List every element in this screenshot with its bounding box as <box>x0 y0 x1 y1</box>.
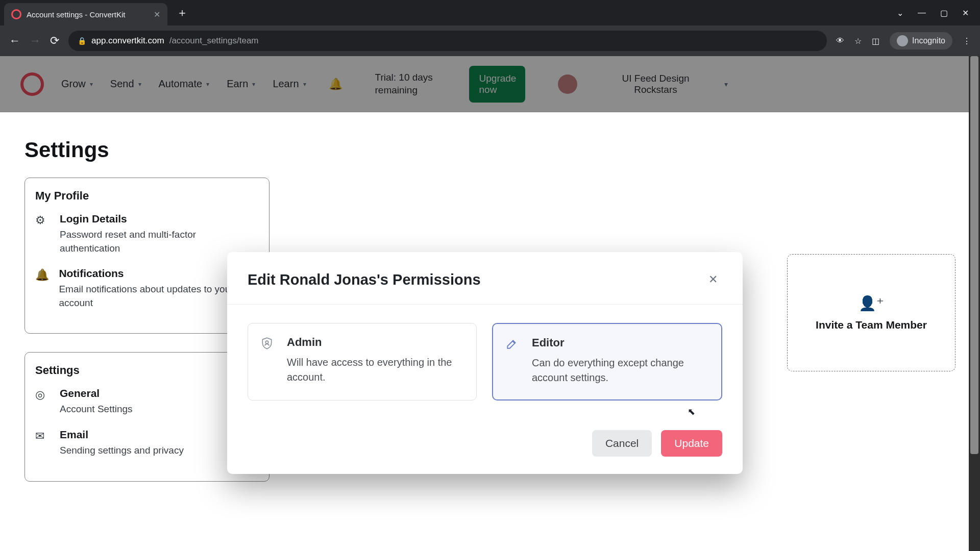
bell-icon: 🔔 <box>35 267 50 310</box>
modal-title: Edit Ronald Jonas's Permissions <box>248 271 481 288</box>
maximize-icon[interactable]: ▢ <box>940 8 948 18</box>
page-title: Settings <box>24 138 955 162</box>
browser-tab-strip: Account settings - ConvertKit ✕ ＋ ⌄ — ▢ … <box>0 0 980 26</box>
trial-status: Trial: 10 days remaining <box>375 71 452 96</box>
chevron-down-icon: ▾ <box>90 81 93 88</box>
app-header: Grow▾ Send▾ Automate▾ Earn▾ Learn▾ 🔔 Tri… <box>0 56 980 112</box>
favicon-icon <box>11 9 21 19</box>
role-title: Admin <box>287 336 464 349</box>
user-icon: ◎ <box>35 387 51 416</box>
chevron-down-icon: ▾ <box>303 81 306 88</box>
scrollbar-thumb[interactable] <box>970 56 978 454</box>
nav-grow[interactable]: Grow▾ <box>61 78 93 90</box>
lock-icon: 🔒 <box>78 37 86 45</box>
invite-team-member-card[interactable]: 👤⁺ Invite a Team Member <box>787 254 955 371</box>
chevron-down-icon: ▾ <box>206 81 209 88</box>
window-controls: ⌄ — ▢ ✕ <box>897 8 980 18</box>
new-tab-button[interactable]: ＋ <box>177 5 188 20</box>
url-input[interactable]: 🔒 app.convertkit.com/account_settings/te… <box>68 31 827 51</box>
cancel-button[interactable]: Cancel <box>592 430 652 457</box>
sidebar-group-title: Settings <box>35 364 259 377</box>
avatar[interactable] <box>558 74 577 94</box>
edit-permissions-modal: Edit Ronald Jonas's Permissions ✕ Admin … <box>227 252 743 474</box>
role-desc: Can do everything except change account … <box>532 356 709 385</box>
incognito-label: Incognito <box>912 36 945 45</box>
gear-icon: ⚙ <box>35 213 51 255</box>
role-title: Editor <box>532 336 709 349</box>
tab-title: Account settings - ConvertKit <box>27 10 125 19</box>
sidebar-item-notifications[interactable]: 🔔 NotificationsEmail notifications about… <box>35 267 259 310</box>
nav-automate[interactable]: Automate▾ <box>159 78 210 90</box>
workspace-name[interactable]: UI Feed Design Rockstars <box>615 73 697 95</box>
close-tab-icon[interactable]: ✕ <box>154 10 160 19</box>
shield-user-icon <box>260 336 278 386</box>
url-host: app.convertkit.com <box>91 36 164 46</box>
panel-icon[interactable]: ◫ <box>872 36 879 46</box>
update-button[interactable]: Update <box>661 430 722 457</box>
back-button[interactable]: ← <box>9 34 20 47</box>
eye-off-icon[interactable]: 👁 <box>836 36 844 45</box>
role-option-admin[interactable]: Admin Will have access to everything in … <box>248 323 477 400</box>
upgrade-button[interactable]: Upgrade now <box>469 66 525 103</box>
sidebar-item-login[interactable]: ⚙ Login DetailsPassword reset and multi-… <box>35 213 259 255</box>
mail-icon: ✉ <box>35 429 51 458</box>
forward-button[interactable]: → <box>30 34 41 47</box>
chevron-down-icon[interactable]: ▾ <box>724 80 728 88</box>
edit-icon <box>505 336 523 385</box>
role-desc: Will have access to everything in the ac… <box>287 355 464 385</box>
logo-icon[interactable] <box>20 72 44 96</box>
url-path: /account_settings/team <box>169 36 259 46</box>
chevron-down-icon: ▾ <box>138 81 141 88</box>
address-bar: ← → ⟳ 🔒 app.convertkit.com/account_setti… <box>0 26 980 56</box>
nav-learn[interactable]: Learn▾ <box>273 78 306 90</box>
nav-send[interactable]: Send▾ <box>110 78 141 90</box>
bell-icon[interactable]: 🔔 <box>329 78 342 91</box>
reload-button[interactable]: ⟳ <box>50 34 59 47</box>
chevron-down-icon: ▾ <box>252 81 255 88</box>
scrollbar[interactable] <box>969 56 980 551</box>
sidebar-item-general[interactable]: ◎ GeneralAccount Settings <box>35 387 259 416</box>
add-user-icon: 👤⁺ <box>859 295 884 312</box>
role-option-editor[interactable]: Editor Can do everything except change a… <box>492 323 722 400</box>
incognito-icon <box>897 35 908 46</box>
minimize-icon[interactable]: — <box>918 8 926 18</box>
browser-tab[interactable]: Account settings - ConvertKit ✕ <box>4 3 167 26</box>
nav-earn[interactable]: Earn▾ <box>227 78 255 90</box>
sidebar-group-title: My Profile <box>35 189 259 203</box>
incognito-badge[interactable]: Incognito <box>890 32 952 49</box>
close-modal-button[interactable]: ✕ <box>704 270 722 289</box>
star-icon[interactable]: ☆ <box>854 36 862 46</box>
invite-label: Invite a Team Member <box>816 319 927 331</box>
kebab-menu-icon[interactable]: ⋮ <box>963 36 971 46</box>
close-window-icon[interactable]: ✕ <box>962 8 969 18</box>
svg-point-0 <box>265 341 268 343</box>
sidebar-item-email[interactable]: ✉ EmailSending settings and privacy <box>35 429 259 458</box>
chevron-down-icon[interactable]: ⌄ <box>897 8 903 18</box>
